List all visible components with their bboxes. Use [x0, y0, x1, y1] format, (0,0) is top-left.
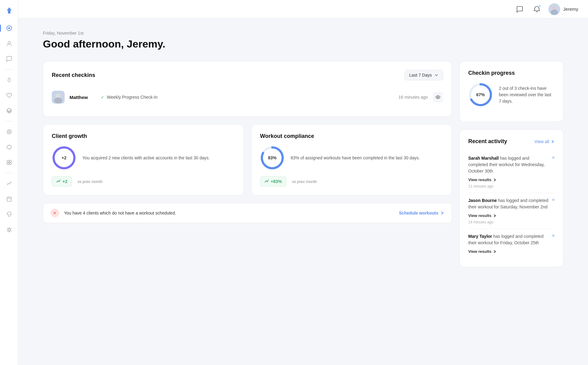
workout-badge-label: vs prev month — [292, 179, 317, 184]
view-all-label: View all — [534, 139, 549, 144]
activity-item-1: Jason Bourne has logged and completed th… — [468, 193, 555, 229]
recent-activity-card: Recent activity View all Sarah Marshall — [459, 129, 564, 267]
sidebar-item-dashboard[interactable] — [2, 21, 16, 35]
topbar: Jeremy — [18, 0, 588, 18]
sidebar-item-messages[interactable] — [2, 52, 16, 66]
alert-close-button[interactable]: ✕ — [51, 209, 59, 217]
client-growth-badge: +2 — [52, 176, 72, 187]
sidebar-item-activity[interactable] — [2, 73, 16, 87]
checkin-progress-percent: 67% — [476, 92, 485, 97]
svg-marker-3 — [7, 108, 12, 111]
view-results-button-2[interactable]: View results — [468, 249, 496, 254]
schedule-workouts-link[interactable]: Schedule workouts — [399, 211, 444, 215]
workout-badge-value: +83% — [271, 179, 282, 184]
sidebar-divider-3 — [5, 173, 14, 173]
workout-compliance-desc: 83% of assigned workouts have been compl… — [291, 155, 420, 161]
checkin-progress-container: 67% 2 out of 3 check-ins have been revie… — [468, 82, 555, 107]
activity-title: Recent activity — [468, 138, 507, 145]
app-logo[interactable] — [4, 5, 15, 16]
alert-bar: ✕ You have 4 clients which do not have a… — [43, 203, 452, 223]
main-grid: Recent checkins Last 7 Days — [43, 61, 564, 267]
chat-icon-button[interactable] — [514, 4, 525, 15]
client-growth-desc: You acquired 2 new clients with active a… — [82, 155, 210, 161]
period-label: Last 7 Days — [409, 73, 432, 78]
eye-icon — [435, 95, 440, 100]
svg-marker-6 — [7, 145, 11, 149]
svg-rect-8 — [9, 160, 11, 162]
workout-compliance-badge: +83% — [260, 176, 286, 187]
view-results-label-1: View results — [468, 213, 492, 218]
sidebar-item-layers[interactable] — [2, 104, 16, 117]
svg-point-20 — [54, 97, 62, 104]
checkin-name: Matthew — [70, 95, 97, 100]
alert-action-label: Schedule workouts — [399, 211, 438, 215]
alert-text: You have 4 clients which do not have a w… — [64, 211, 394, 215]
svg-point-2 — [8, 41, 10, 44]
checkin-time: 16 minutes ago — [398, 95, 428, 100]
view-results-button-1[interactable]: View results — [468, 213, 496, 218]
activity-text-0: Sarah Marshall has logged and completed … — [468, 155, 555, 174]
right-column: Checkin progress 67% 2 out of 3 check-in… — [459, 61, 564, 267]
activity-header: Recent activity View all — [468, 138, 555, 145]
content-area: Friday, November 1st Good afternoon, Jer… — [18, 18, 588, 365]
svg-point-5 — [8, 131, 10, 133]
client-growth-card: Client growth +2 You acquired 2 new clie… — [43, 124, 244, 196]
checkin-progress-circle: 67% — [468, 82, 493, 107]
activity-dot-0 — [552, 156, 555, 159]
svg-point-4 — [7, 130, 11, 134]
period-select[interactable]: Last 7 Days — [405, 70, 443, 80]
view-all-button[interactable]: View all — [534, 139, 555, 144]
trending-up-icon-2 — [265, 179, 269, 184]
main-wrapper: Jeremy Friday, November 1st Good afterno… — [18, 0, 588, 365]
sidebar-divider-2 — [5, 121, 14, 121]
view-checkin-button[interactable] — [433, 92, 443, 102]
svg-point-21 — [437, 97, 439, 98]
notification-icon-button[interactable] — [531, 4, 542, 15]
view-results-label-0: View results — [468, 177, 492, 182]
greeting-title: Good afternoon, Jeremy. — [43, 38, 564, 50]
workout-compliance-progress: 83% 83% of assigned workouts have been c… — [260, 146, 443, 170]
activity-name-2: Mary Taylor — [468, 234, 492, 239]
avatar — [548, 3, 560, 15]
sidebar-item-widgets[interactable] — [2, 156, 16, 169]
workout-compliance-title: Workout compliance — [260, 133, 314, 139]
checkin-avatar — [52, 91, 65, 104]
client-growth-progress: +2 You acquired 2 new clients with activ… — [52, 146, 235, 170]
activity-text-2: Mary Taylor has logged and completed the… — [468, 233, 555, 246]
sidebar-item-rocket[interactable] — [2, 207, 16, 221]
checkin-type: Weekly Progress Check-In — [107, 95, 398, 100]
sidebar-item-health[interactable] — [2, 89, 16, 102]
sidebar-item-shapes[interactable] — [2, 140, 16, 154]
sidebar-item-magic[interactable] — [2, 223, 16, 236]
workout-compliance-value: 83% — [268, 155, 277, 160]
client-growth-badge-row: +2 vs prev month — [52, 176, 235, 187]
sidebar — [0, 0, 18, 365]
svg-rect-11 — [7, 197, 11, 201]
user-menu[interactable]: Jeremy — [548, 3, 578, 15]
activity-time-0: 11 minutes ago — [468, 184, 555, 188]
view-results-label-2: View results — [468, 249, 492, 254]
view-results-button-0[interactable]: View results — [468, 177, 496, 182]
sidebar-item-analytics[interactable] — [2, 177, 16, 190]
checkins-title: Recent checkins — [52, 72, 95, 78]
trending-up-icon — [56, 179, 61, 184]
workout-compliance-card: Workout compliance 83% 83% of assigned w… — [251, 124, 452, 196]
greeting-date: Friday, November 1st — [43, 31, 564, 36]
arrow-right-icon — [440, 211, 444, 215]
sidebar-item-clients[interactable] — [2, 37, 16, 50]
checkin-progress-desc: 2 out of 3 check-ins have been reviewed … — [499, 85, 555, 105]
svg-point-1 — [8, 27, 10, 29]
chevron-right-icon-1 — [493, 214, 496, 218]
client-badge-value: +2 — [62, 179, 67, 184]
sidebar-item-calendar[interactable] — [2, 192, 16, 206]
check-icon: ✓ — [101, 95, 104, 100]
sidebar-item-goals[interactable] — [2, 125, 16, 139]
checkin-progress-card: Checkin progress 67% 2 out of 3 check-in… — [459, 61, 564, 122]
left-column: Recent checkins Last 7 Days — [43, 61, 452, 267]
activity-text-1: Jason Bourne has logged and completed th… — [468, 197, 555, 210]
client-growth-circle: +2 — [52, 146, 76, 170]
stats-row: Client growth +2 You acquired 2 new clie… — [43, 124, 452, 196]
workout-badge-row: +83% vs prev month — [260, 176, 443, 187]
activity-dot-1 — [552, 199, 555, 201]
activity-dot-2 — [552, 234, 555, 237]
